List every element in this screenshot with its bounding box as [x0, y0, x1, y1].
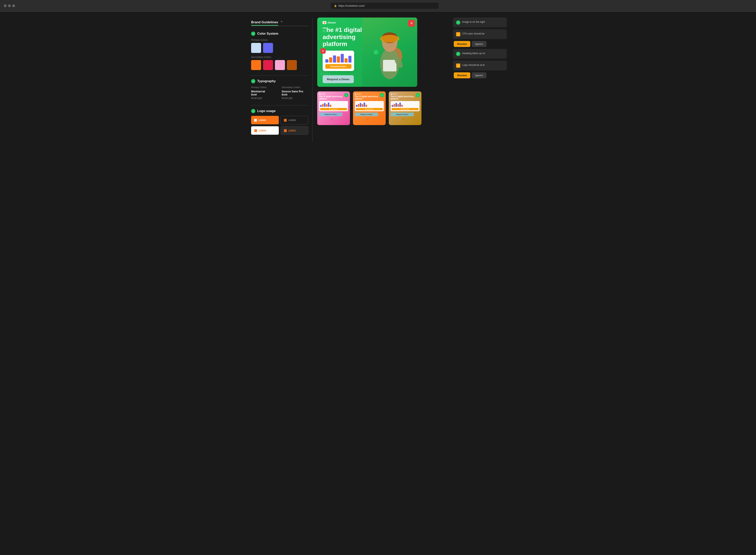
person-silhouette	[362, 17, 417, 87]
bar-7	[348, 56, 351, 62]
chart-card-wrapper: ✕ Donwload Now!	[323, 51, 354, 73]
banner-content: ▦ Atomic The #1 digital advertising plat…	[317, 17, 370, 87]
resolve-button-1[interactable]: Resolve	[454, 41, 470, 47]
mini-check-2: ✓	[380, 93, 384, 97]
bar-4	[337, 56, 340, 63]
mini-banners-row: ✓ ▦ Atomic The #1 digital advertising pl…	[317, 91, 446, 125]
primary-font-col: Primary Colors: Montserrat Bold/Book/Lig…	[251, 86, 278, 100]
logo-usage-title: Logo usage	[257, 109, 276, 113]
mini-logo-1: ▦ Atomic	[319, 93, 348, 95]
mini-banner-tan: ✓ ▦ Atomic The #1 digital advertising pl…	[389, 91, 421, 125]
color-system-header: ✓ Color System	[251, 32, 309, 36]
resolve-button-2[interactable]: Resolve	[454, 72, 470, 78]
secondary-font-col: Secondary Colors: Source Sans Pro Bold/B…	[282, 86, 309, 100]
sidebar-tabs: Brand Guidelines +	[251, 19, 309, 26]
mini-logo-2: ▦ Atomic	[355, 93, 384, 95]
bar-5	[341, 54, 344, 62]
feedback-text-4: Logo should be at le	[462, 63, 485, 67]
section-color-system: ✓ Color System Primary Colors: Secondary…	[251, 32, 309, 70]
feedback-item-3: ✓ Heading takes up no	[453, 49, 507, 59]
close-button-top[interactable]: ✕	[408, 20, 415, 27]
person-image	[362, 17, 417, 87]
mini-chart-2: Donwload Now!	[355, 101, 384, 111]
browser-dot-1	[4, 4, 6, 7]
logo-icon-white: ▦	[254, 128, 257, 133]
logo-grid: ▦ LOGO ▦ LOGO ▦ LOGO ▦ LOGO	[251, 116, 309, 135]
logo-icon-dark: ▦	[284, 128, 287, 133]
typography-header: ✓ Typography	[251, 79, 309, 83]
main-content: Brand Guidelines + ✓ Color System Primar…	[243, 12, 513, 148]
address-bar[interactable]: 🔒 https://rocketium.com/	[331, 3, 438, 9]
logo-usage-check: ✓	[251, 109, 255, 113]
secondary-color-1	[251, 60, 261, 70]
canvas-area: ✕ ✓ ✓ ▦ Atomic	[313, 17, 451, 142]
right-panel: ✓ Image is on the right ⚠ CTA color shou…	[451, 17, 509, 142]
secondary-color-row	[251, 60, 309, 70]
logo-label-outline: LOGO	[288, 119, 296, 122]
svg-rect-4	[383, 60, 396, 72]
banner-heading: The #1 digital advertising platform	[323, 26, 365, 47]
logo-label-white: LOGO	[259, 129, 266, 132]
logo-tile-orange: ▦ LOGO	[251, 116, 279, 124]
secondary-font-weights: Bold/Book/Light	[282, 93, 309, 100]
check-badge-image: ✓	[373, 49, 379, 55]
feedback-text-2: CTA color should be	[462, 32, 484, 35]
logo-icon-orange: ▦	[254, 118, 257, 122]
secondary-color-3	[275, 60, 285, 70]
primary-font-name: Montserrat	[251, 90, 278, 93]
feedback-icon-4: ⚠	[456, 63, 460, 68]
bar-2	[329, 57, 332, 63]
mini-demo-3[interactable]: Request a Demo	[391, 113, 414, 116]
feedback-icon-2: ⚠	[456, 32, 460, 36]
color-system-title: Color System	[257, 32, 278, 36]
mini-demo-1[interactable]: Request a Demo	[319, 113, 342, 116]
section-typography: ✓ Typography Primary Colors: Montserrat …	[251, 79, 309, 100]
feedback-item-4: ⚠ Logo should be at le	[453, 60, 507, 71]
mini-demo-2[interactable]: Request a Demo	[355, 113, 378, 116]
bar-6	[344, 58, 348, 63]
tab-brand-guidelines[interactable]: Brand Guidelines	[251, 20, 278, 26]
browser-chrome: 🔒 https://rocketium.com/	[0, 0, 756, 12]
mini-bars-3	[392, 102, 419, 107]
mini-download-2[interactable]: Donwload Now!	[356, 108, 383, 110]
divider-2	[251, 105, 309, 105]
check-badge-logo: ✓	[322, 28, 327, 34]
secondary-color-4	[287, 60, 297, 70]
demo-button[interactable]: Request a Demo	[323, 75, 354, 83]
person-svg	[362, 17, 417, 87]
primary-color-row	[251, 43, 309, 53]
mini-download-3[interactable]: Donwload Now!	[392, 108, 419, 110]
ignore-button-1[interactable]: Ignore	[472, 41, 486, 47]
ignore-button-2[interactable]: Ignore	[472, 72, 486, 78]
sidebar: Brand Guidelines + ✓ Color System Primar…	[247, 17, 313, 142]
mini-download-1[interactable]: Donwload Now!	[320, 108, 347, 110]
typography-title: Typography	[257, 79, 276, 83]
action-buttons-1: Resolve Ignore	[453, 41, 507, 47]
download-button[interactable]: Donwload Now!	[325, 64, 351, 69]
primary-color-1	[251, 43, 261, 53]
svg-point-6	[380, 35, 399, 43]
logo-tile-outline: ▦ LOGO	[281, 116, 309, 124]
close-button-chart[interactable]: ✕	[320, 48, 326, 54]
tab-add[interactable]: +	[281, 19, 283, 24]
color-system-check: ✓	[251, 32, 255, 36]
logo-usage-header: ✓ Logo usage	[251, 109, 309, 113]
action-buttons-2: Resolve Ignore	[453, 72, 507, 78]
feedback-text-1: Image is on the right	[462, 20, 485, 24]
bar-1	[325, 59, 328, 63]
logo-icon-outline: ▦	[284, 118, 287, 122]
logo-tile-dark: ▦ LOGO	[281, 126, 309, 135]
url-text: https://rocketium.com/	[338, 4, 365, 7]
browser-dots	[4, 4, 15, 7]
lock-icon: 🔒	[334, 4, 337, 7]
logo-tile-white: ▦ LOGO	[251, 126, 279, 135]
mini-check-3: ✓	[416, 93, 420, 97]
primary-color-2	[263, 43, 273, 53]
main-banner-wrapper: ✕ ✓ ✓ ▦ Atomic	[317, 17, 446, 87]
typography-check: ✓	[251, 79, 255, 83]
bar-3	[333, 55, 336, 63]
logo-label-orange: LOGO	[258, 119, 266, 122]
demo-btn-wrapper: Request a Demo	[323, 75, 365, 83]
banner-chart-bars	[325, 53, 351, 62]
secondary-color-2	[263, 60, 273, 70]
